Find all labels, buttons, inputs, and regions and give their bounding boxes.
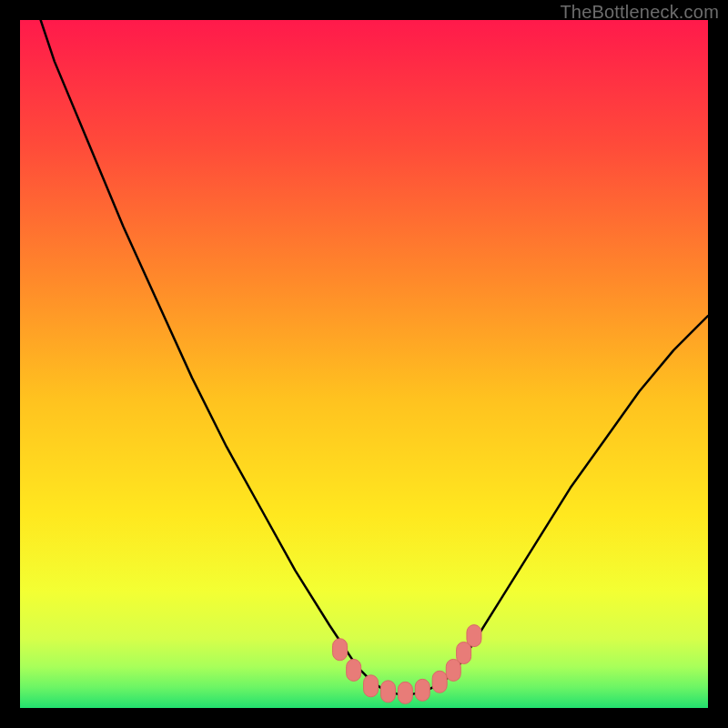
sweet-spot-marker xyxy=(333,639,348,661)
sweet-spot-marker xyxy=(380,681,395,703)
sweet-spot-marker xyxy=(347,659,361,681)
sweet-spot-marker xyxy=(446,659,460,681)
sweet-spot-marker xyxy=(432,671,447,693)
sweet-spot-marker xyxy=(467,625,481,647)
sweet-spot-marker xyxy=(457,642,471,664)
curve-path xyxy=(41,20,708,694)
attribution-label: TheBottleneck.com xyxy=(560,2,719,23)
sweet-spot-marker xyxy=(415,679,430,701)
sweet-spot-marker xyxy=(398,682,412,703)
sweet-spot-markers xyxy=(333,625,481,704)
chart-frame xyxy=(20,20,708,708)
sweet-spot-marker xyxy=(364,675,379,697)
chart-overlay xyxy=(20,20,708,708)
bottleneck-curve xyxy=(41,20,708,694)
